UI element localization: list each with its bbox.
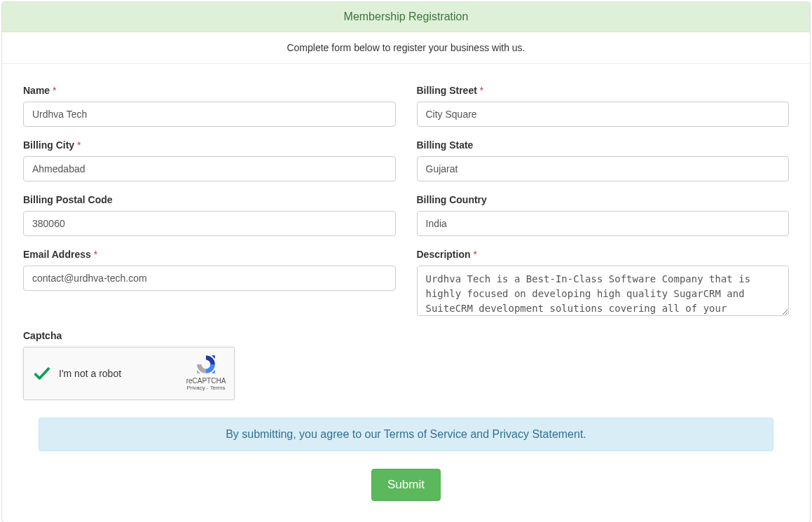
registration-panel: Membership Registration Complete form be… — [1, 1, 811, 522]
billing-state-label: Billing State — [417, 139, 790, 151]
billing-postal-code-label: Billing Postal Code — [23, 194, 396, 205]
recaptcha-logo-icon — [195, 353, 217, 376]
billing-city-input[interactable] — [23, 156, 396, 181]
captcha-label: Captcha — [23, 330, 789, 341]
panel-title: Membership Registration — [2, 2, 810, 32]
billing-city-label: Billing City * — [23, 139, 396, 151]
billing-street-label: Billing Street * — [417, 85, 790, 96]
name-label: Name * — [23, 85, 396, 96]
email-label: Email Address * — [23, 249, 396, 260]
description-label: Description * — [417, 249, 790, 260]
billing-street-input[interactable] — [417, 102, 790, 127]
form-body: Name * Billing Street * Billing City * — [2, 64, 810, 522]
email-input[interactable] — [23, 266, 396, 291]
submit-button[interactable]: Submit — [371, 469, 441, 501]
recaptcha-brand: reCAPTCHA — [185, 377, 227, 385]
recaptcha-badge: reCAPTCHA Privacy - Terms — [185, 353, 227, 391]
billing-postal-code-input[interactable] — [23, 211, 396, 236]
panel-subtitle: Complete form below to register your bus… — [2, 32, 810, 64]
checkmark-icon — [32, 364, 52, 383]
billing-country-label: Billing Country — [417, 194, 790, 205]
billing-state-input[interactable] — [417, 156, 790, 181]
description-textarea[interactable] — [417, 266, 790, 316]
agreement-notice: By submitting, you agree to our Terms of… — [39, 418, 773, 451]
recaptcha-links: Privacy - Terms — [185, 385, 227, 391]
recaptcha-widget[interactable]: I'm not a robot reCAPTCHA Privacy — [23, 347, 235, 400]
name-input[interactable] — [23, 102, 396, 127]
recaptcha-text: I'm not a robot — [59, 368, 121, 379]
billing-country-input[interactable] — [417, 211, 790, 236]
